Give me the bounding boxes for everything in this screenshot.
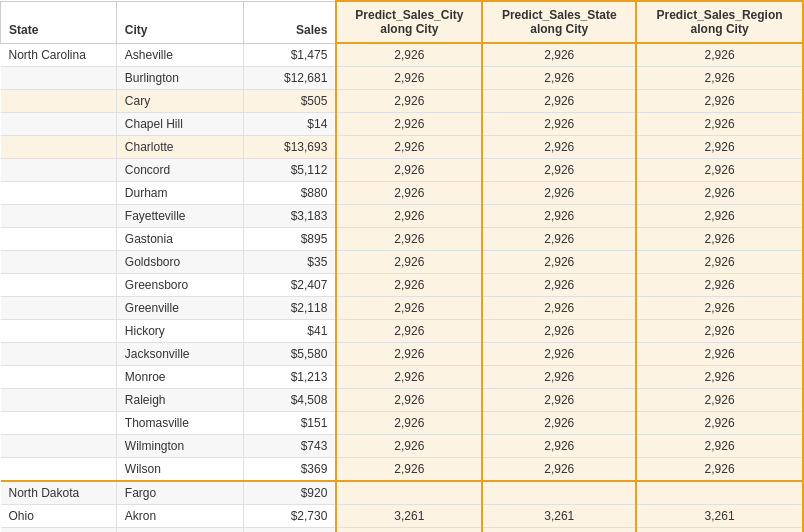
predict-region-cell: 3,261 (636, 505, 803, 528)
state-cell: North Dakota (1, 481, 117, 505)
table-row: Bowling Green$1,8663,2613,2613,261 (1, 528, 804, 533)
sales-table: State City Sales Predict_Sales_Cityalong… (0, 0, 804, 532)
predict-city-cell: 2,926 (336, 205, 482, 228)
predict-city-cell: 2,926 (336, 458, 482, 482)
city-cell: Asheville (116, 43, 243, 67)
predict-state-cell: 2,926 (482, 297, 636, 320)
predict-city-cell: 2,926 (336, 320, 482, 343)
table-row: Goldsboro$352,9262,9262,926 (1, 251, 804, 274)
table-row: Wilson$3692,9262,9262,926 (1, 458, 804, 482)
predict-city-cell: 2,926 (336, 43, 482, 67)
city-cell: Hickory (116, 320, 243, 343)
state-cell: North Carolina (1, 43, 117, 67)
predict-region-cell: 2,926 (636, 182, 803, 205)
table-row: Durham$8802,9262,9262,926 (1, 182, 804, 205)
state-cell (1, 274, 117, 297)
predict-region-cell: 2,926 (636, 43, 803, 67)
city-cell: Burlington (116, 67, 243, 90)
state-cell (1, 205, 117, 228)
sales-cell: $1,213 (244, 366, 337, 389)
predict-region-cell (636, 481, 803, 505)
sales-cell: $895 (244, 228, 337, 251)
table-row: North DakotaFargo$920 (1, 481, 804, 505)
city-cell: Wilson (116, 458, 243, 482)
predict-region-cell: 2,926 (636, 90, 803, 113)
state-cell (1, 389, 117, 412)
city-cell: Durham (116, 182, 243, 205)
state-cell (1, 320, 117, 343)
city-cell: Concord (116, 159, 243, 182)
predict-region-cell: 2,926 (636, 228, 803, 251)
sales-cell: $13,693 (244, 136, 337, 159)
predict-city-cell: 2,926 (336, 389, 482, 412)
predict-state-cell: 2,926 (482, 435, 636, 458)
predict-state-cell: 2,926 (482, 389, 636, 412)
predict-city-cell: 2,926 (336, 159, 482, 182)
sales-cell: $35 (244, 251, 337, 274)
predict-region-header: Predict_Sales_Regionalong City (636, 1, 803, 43)
sales-cell: $151 (244, 412, 337, 435)
sales-cell: $5,580 (244, 343, 337, 366)
city-cell: Monroe (116, 366, 243, 389)
city-cell: Greensboro (116, 274, 243, 297)
sales-cell: $14 (244, 113, 337, 136)
predict-state-cell: 2,926 (482, 43, 636, 67)
predict-region-cell: 2,926 (636, 205, 803, 228)
predict-region-cell: 2,926 (636, 251, 803, 274)
sales-cell: $41 (244, 320, 337, 343)
sales-cell: $4,508 (244, 389, 337, 412)
state-cell (1, 67, 117, 90)
state-cell (1, 528, 117, 533)
table-row: Thomasville$1512,9262,9262,926 (1, 412, 804, 435)
table-row: Raleigh$4,5082,9262,9262,926 (1, 389, 804, 412)
predict-city-cell: 2,926 (336, 251, 482, 274)
sales-cell: $12,681 (244, 67, 337, 90)
state-cell (1, 458, 117, 482)
predict-state-cell: 2,926 (482, 412, 636, 435)
state-cell (1, 412, 117, 435)
city-cell: Wilmington (116, 435, 243, 458)
city-cell: Thomasville (116, 412, 243, 435)
predict-state-cell: 2,926 (482, 458, 636, 482)
predict-city-cell: 2,926 (336, 435, 482, 458)
predict-region-cell: 2,926 (636, 343, 803, 366)
predict-region-cell: 2,926 (636, 159, 803, 182)
sales-cell: $369 (244, 458, 337, 482)
table-row: Charlotte$13,6932,9262,9262,926 (1, 136, 804, 159)
predict-state-cell: 2,926 (482, 205, 636, 228)
table-row: Gastonia$8952,9262,9262,926 (1, 228, 804, 251)
predict-city-cell: 2,926 (336, 182, 482, 205)
predict-city-cell: 2,926 (336, 228, 482, 251)
city-cell: Gastonia (116, 228, 243, 251)
predict-state-cell: 2,926 (482, 343, 636, 366)
predict-region-cell: 2,926 (636, 320, 803, 343)
predict-state-header: Predict_Sales_Statealong City (482, 1, 636, 43)
state-cell (1, 297, 117, 320)
predict-city-cell: 2,926 (336, 297, 482, 320)
sales-cell: $880 (244, 182, 337, 205)
table-row: North CarolinaAsheville$1,4752,9262,9262… (1, 43, 804, 67)
table-row: Concord$5,1122,9262,9262,926 (1, 159, 804, 182)
predict-state-cell: 2,926 (482, 274, 636, 297)
table-row: Wilmington$7432,9262,9262,926 (1, 435, 804, 458)
sales-cell: $1,866 (244, 528, 337, 533)
city-cell: Chapel Hill (116, 113, 243, 136)
state-cell (1, 251, 117, 274)
state-cell (1, 113, 117, 136)
sales-cell: $2,407 (244, 274, 337, 297)
table-row: Chapel Hill$142,9262,9262,926 (1, 113, 804, 136)
predict-state-cell: 2,926 (482, 67, 636, 90)
predict-region-cell: 2,926 (636, 274, 803, 297)
sales-cell: $5,112 (244, 159, 337, 182)
predict-region-cell: 2,926 (636, 435, 803, 458)
predict-city-cell: 3,261 (336, 505, 482, 528)
city-cell: Charlotte (116, 136, 243, 159)
table-row: Cary$5052,9262,9262,926 (1, 90, 804, 113)
sales-header: Sales (244, 1, 337, 43)
main-table-container: State City Sales Predict_Sales_Cityalong… (0, 0, 804, 532)
state-cell (1, 228, 117, 251)
predict-city-cell (336, 481, 482, 505)
sales-cell: $3,183 (244, 205, 337, 228)
predict-region-cell: 2,926 (636, 389, 803, 412)
sales-cell: $2,118 (244, 297, 337, 320)
